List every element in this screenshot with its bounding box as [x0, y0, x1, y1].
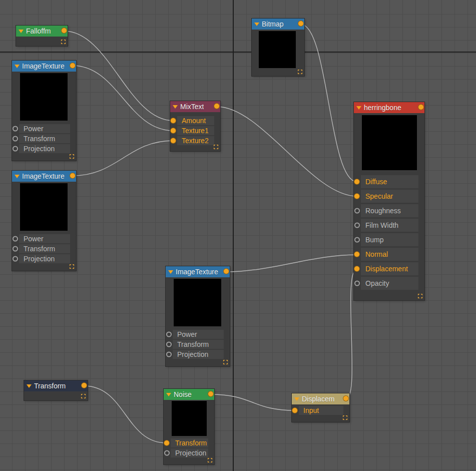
wire-noise-output-to-displacem-input[interactable] — [211, 394, 295, 410]
expand-icon[interactable] — [69, 264, 75, 269]
input-row-transform[interactable]: Transform — [171, 438, 208, 447]
input-port-open-icon[interactable] — [164, 450, 170, 456]
collapse-triangle-icon[interactable] — [356, 106, 361, 110]
expand-icon[interactable] — [207, 457, 213, 463]
wire-falloffm-output-to-mixtext-amount[interactable] — [64, 31, 173, 121]
input-row-opacity[interactable]: Opacity — [361, 277, 418, 290]
input-row-texture1[interactable]: Texture1 — [177, 126, 214, 135]
node-header-falloffm[interactable]: Falloffm — [16, 26, 68, 37]
node-imagetexture-3[interactable]: ImageTexturePowerTransformProjection — [166, 266, 230, 366]
input-port-connected-icon[interactable] — [170, 128, 176, 134]
expand-icon[interactable] — [81, 393, 86, 399]
output-port-icon[interactable] — [208, 391, 214, 397]
input-port-open-icon[interactable] — [13, 126, 18, 132]
expand-icon[interactable] — [223, 359, 228, 365]
collapse-triangle-icon[interactable] — [168, 270, 173, 274]
input-port-connected-icon[interactable] — [164, 440, 170, 446]
wire-mixtext-output-to-herringbone-specular[interactable] — [217, 107, 357, 196]
collapse-triangle-icon[interactable] — [166, 393, 171, 396]
collapse-triangle-icon[interactable] — [15, 175, 20, 178]
input-row-projection[interactable]: Projection — [173, 350, 224, 359]
input-port-open-icon[interactable] — [354, 237, 360, 243]
input-port-open-icon[interactable] — [166, 342, 172, 347]
collapse-triangle-icon[interactable] — [254, 23, 259, 26]
input-port-open-icon[interactable] — [166, 352, 172, 357]
node-header-displacem[interactable]: Displacem — [292, 393, 349, 404]
input-port-open-icon[interactable] — [166, 332, 172, 337]
output-port-icon[interactable] — [81, 382, 87, 388]
node-header-mixtext[interactable]: MixText — [170, 101, 220, 112]
input-row-displacement[interactable]: Displacement — [361, 262, 418, 275]
input-row-transform[interactable]: Transform — [19, 244, 70, 253]
input-row-projection[interactable]: Projection — [19, 144, 70, 153]
collapse-triangle-icon[interactable] — [173, 105, 178, 109]
wire-bitmap-output-to-herringbone-diffuse[interactable] — [300, 24, 357, 182]
node-transform[interactable]: Transform — [24, 380, 88, 400]
node-herringbone[interactable]: herringboneDiffuseSpecularRoughnessFilm … — [354, 102, 424, 300]
input-port-connected-icon[interactable] — [170, 138, 176, 144]
input-row-transform[interactable]: Transform — [173, 340, 224, 349]
expand-icon[interactable] — [213, 144, 219, 150]
collapse-triangle-icon[interactable] — [294, 397, 299, 401]
input-port-open-icon[interactable] — [13, 136, 18, 142]
input-row-bump[interactable]: Bump — [361, 233, 418, 246]
input-port-open-icon[interactable] — [354, 223, 360, 228]
input-port-open-icon[interactable] — [354, 208, 360, 214]
node-imagetexture-2[interactable]: ImageTexturePowerTransformProjection — [12, 171, 76, 271]
node-header-imagetexture-3[interactable]: ImageTexture — [166, 266, 230, 277]
expand-icon[interactable] — [61, 39, 66, 45]
collapse-triangle-icon[interactable] — [15, 65, 20, 68]
output-port-icon[interactable] — [214, 103, 220, 109]
node-bitmap[interactable]: Bitmap — [252, 19, 304, 76]
input-row-specular[interactable]: Specular — [361, 190, 418, 203]
node-editor-canvas[interactable]: FalloffmImageTexturePowerTransformProjec… — [0, 0, 476, 471]
input-row-diffuse[interactable]: Diffuse — [361, 175, 418, 188]
input-row-film-width[interactable]: Film Width — [361, 219, 418, 232]
node-header-herringbone[interactable]: herringbone — [354, 102, 424, 113]
collapse-triangle-icon[interactable] — [27, 384, 32, 388]
input-row-power[interactable]: Power — [173, 330, 224, 339]
node-header-imagetexture-1[interactable]: ImageTexture — [12, 61, 76, 72]
node-header-noise[interactable]: Noise — [164, 389, 214, 400]
input-port-open-icon[interactable] — [13, 246, 18, 252]
input-port-connected-icon[interactable] — [354, 251, 360, 257]
wire-imagetexture-1-output-to-mixtext-texture1[interactable] — [73, 66, 173, 131]
node-header-transform[interactable]: Transform — [24, 380, 88, 391]
node-header-bitmap[interactable]: Bitmap — [252, 19, 304, 30]
node-falloffm[interactable]: Falloffm — [16, 26, 68, 46]
input-port-open-icon[interactable] — [13, 146, 18, 152]
input-row-projection[interactable]: Projection — [19, 254, 70, 263]
input-row-roughness[interactable]: Roughness — [361, 204, 418, 217]
output-port-icon[interactable] — [70, 173, 76, 179]
input-port-connected-icon[interactable] — [354, 266, 360, 272]
input-row-power[interactable]: Power — [19, 124, 70, 133]
collapse-triangle-icon[interactable] — [19, 30, 24, 33]
output-port-icon[interactable] — [343, 395, 349, 401]
output-port-icon[interactable] — [61, 28, 67, 34]
expand-icon[interactable] — [342, 415, 348, 420]
input-row-projection[interactable]: Projection — [171, 448, 208, 457]
input-port-connected-icon[interactable] — [354, 193, 360, 199]
input-row-amount[interactable]: Amount — [177, 116, 214, 125]
input-row-normal[interactable]: Normal — [361, 248, 418, 261]
input-port-connected-icon[interactable] — [354, 179, 360, 185]
expand-icon[interactable] — [297, 69, 303, 75]
input-port-open-icon[interactable] — [13, 236, 18, 242]
input-row-input[interactable]: Input — [299, 406, 343, 415]
input-port-open-icon[interactable] — [354, 281, 360, 286]
wire-imagetexture-2-output-to-mixtext-texture2[interactable] — [73, 141, 173, 176]
node-header-imagetexture-2[interactable]: ImageTexture — [12, 171, 76, 182]
input-row-texture2[interactable]: Texture2 — [177, 136, 214, 145]
output-port-icon[interactable] — [418, 104, 424, 110]
input-row-power[interactable]: Power — [19, 234, 70, 243]
wire-transform-output-to-noise-transform[interactable] — [84, 386, 167, 443]
node-imagetexture-1[interactable]: ImageTexturePowerTransformProjection — [12, 61, 76, 161]
expand-icon[interactable] — [417, 293, 423, 299]
input-port-connected-icon[interactable] — [170, 118, 176, 124]
output-port-icon[interactable] — [70, 63, 76, 69]
input-port-connected-icon[interactable] — [292, 407, 298, 413]
expand-icon[interactable] — [69, 154, 75, 159]
node-noise[interactable]: NoiseTransformProjection — [164, 389, 214, 464]
node-displacem[interactable]: DisplacemInput — [292, 393, 349, 422]
node-mixtext[interactable]: MixTextAmountTexture1Texture2 — [170, 101, 220, 151]
